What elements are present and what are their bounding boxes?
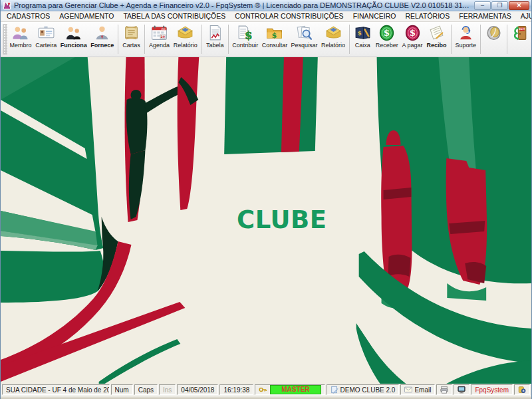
status-location-text: SUA CIDADE - UF 4 de Maio de 2018 - Sext… [6, 386, 110, 394]
tool-button-label: Contribuir [232, 42, 258, 49]
menu-item-ajuda[interactable]: AJUDA [516, 11, 532, 21]
club-headline: CLUBE [237, 207, 327, 232]
status-client: DEMO CLUBE 2.0 [327, 384, 400, 395]
svg-text:$: $ [357, 29, 362, 37]
status-brand: FpqSystem [471, 384, 513, 395]
menu-item-label: CADASTROS [7, 11, 50, 21]
toolbar-separator [201, 25, 202, 54]
tool-button-label: Suporte [455, 42, 476, 49]
printer-icon [440, 386, 448, 394]
toolbar-separator [451, 25, 452, 54]
status-print [436, 384, 452, 395]
maximize-button[interactable]: ❐ [491, 1, 508, 10]
minimize-button[interactable]: – [474, 1, 491, 10]
title-bar: Programa para Gerenciar Clube + Agenda e… [1, 0, 531, 11]
artwork-center-block [224, 57, 318, 154]
artwork-right-field [377, 57, 531, 309]
status-access-level: MASTER [255, 384, 325, 395]
exit-icon: EXIT [511, 24, 529, 42]
status-insert: Ins [159, 384, 176, 395]
toolbar: MembroCarteiraFuncionaForneceCartasJAN29… [1, 22, 531, 57]
toolbar-separator [228, 25, 229, 54]
status-bar: SUA CIDADE - UF 4 de Maio de 2018 - Sext… [1, 384, 531, 396]
menu-item-label: AGENDAMENTO [59, 11, 114, 21]
tool-button-caixa[interactable]: $Caixa [352, 23, 374, 56]
status-user-lock [514, 384, 530, 395]
menu-item-ferramentas[interactable]: FERRAMENTAS [454, 11, 516, 21]
svg-text:$: $ [245, 29, 253, 42]
close-button[interactable]: ✕ [509, 1, 529, 10]
menu-item-label: AJUDA [521, 11, 532, 21]
tool-button-label: A pagar [402, 42, 423, 49]
menu-item-cadastros[interactable]: CADASTROS [2, 11, 55, 21]
tool-button-carteira[interactable]: Carteira [33, 23, 59, 56]
tool-button-agenda[interactable]: JAN29Agenda [147, 23, 172, 56]
status-insert-text: Ins [163, 386, 172, 394]
report-icon [176, 24, 194, 42]
tool-button-membro[interactable]: Membro [8, 23, 34, 56]
id-card-icon [37, 24, 55, 42]
tool-button-label: Tabela [206, 42, 224, 49]
tool-button-suporte[interactable]: Suporte [453, 23, 477, 56]
tool-button-funciona[interactable]: Funciona [59, 23, 88, 56]
tool-button-contribuir[interactable]: $Contribuir [231, 23, 260, 56]
calendar-icon: JAN29 [150, 24, 168, 42]
tool-button-receber[interactable]: $Receber [374, 23, 400, 56]
menu-item-tabela-das-contribui-es[interactable]: TABELA DAS CONTRIBUIÇÕES [118, 11, 230, 21]
tool-button-fornece[interactable]: Fornece [88, 23, 116, 56]
status-date: 04/05/2018 [177, 384, 218, 395]
app-logo-icon [3, 1, 11, 10]
tool-button-label: Receber [376, 42, 398, 49]
tool-button-label: Agenda [149, 42, 170, 49]
status-email-text: Email [414, 386, 431, 394]
toolbar-grip-handle[interactable] [3, 24, 7, 55]
table-icon [206, 24, 224, 42]
tool-button-consultar[interactable]: $Consultar [260, 23, 289, 56]
tool-button-exit-icon[interactable]: EXIT [509, 23, 531, 56]
tool-button-label: Pesquisar [291, 42, 318, 49]
tool-button-label: Caixa [355, 42, 370, 49]
tool-button-label: Relatório [174, 42, 198, 49]
toolbar-separator [480, 25, 481, 54]
menu-item-label: FERRAMENTAS [459, 11, 511, 21]
receipt-icon [428, 24, 446, 42]
tool-button-coin-icon[interactable] [483, 23, 505, 56]
tool-button-cartas[interactable]: Cartas [120, 23, 142, 56]
tool-button-a-pagar[interactable]: $A pagar [400, 23, 425, 56]
tool-button-label: Recibo [427, 42, 447, 49]
menu-item-financeiro[interactable]: FINANCEIRO [348, 11, 401, 21]
menu-item-label: CONTROLAR CONSTRIBUIÇÕES [235, 11, 343, 21]
toolbar-separator [507, 25, 507, 54]
main-canvas: CLUBE [1, 57, 531, 384]
status-caps-lock: Caps [134, 384, 158, 395]
menu-item-relat-rios[interactable]: RELATÓRIOS [400, 11, 454, 21]
svg-text:JAN: JAN [161, 28, 166, 31]
menu-item-controlar-constribui-es[interactable]: CONTROLAR CONSTRIBUIÇÕES [230, 11, 348, 21]
status-num-lock-text: Num [115, 386, 129, 394]
window-controls: –❐✕ [474, 1, 529, 10]
pay-coin-icon: $ [404, 24, 422, 42]
menu-item-agendamento[interactable]: AGENDAMENTO [55, 11, 118, 21]
status-time-text: 16:19:38 [223, 386, 249, 394]
status-caps-lock-text: Caps [138, 386, 154, 394]
status-location: SUA CIDADE - UF 4 de Maio de 2018 - Sext… [2, 384, 110, 395]
members-icon [11, 24, 29, 42]
menu-item-label: TABELA DAS CONTRIBUIÇÕES [123, 11, 225, 21]
tool-button-relat-rio[interactable]: Relatório [319, 23, 347, 56]
tool-button-label: Carteira [35, 42, 57, 49]
demo-icon [331, 386, 338, 394]
envelope-icon [404, 386, 412, 394]
staff-icon [65, 24, 82, 42]
tool-button-label: Cartas [122, 42, 140, 49]
status-access-level-text: MASTER [270, 385, 321, 394]
key-icon [259, 386, 267, 394]
svg-text:$: $ [409, 27, 415, 38]
svg-text:$: $ [384, 27, 390, 38]
toolbar-separator [144, 25, 145, 54]
tool-button-tabela[interactable]: Tabela [204, 23, 226, 56]
tool-button-recibo[interactable]: Recibo [425, 23, 449, 56]
tool-button-relat-rio[interactable]: Relatório [172, 23, 200, 56]
app-window: Programa para Gerenciar Clube + Agenda e… [0, 0, 532, 399]
tool-button-pesquisar[interactable]: Pesquisar [289, 23, 319, 56]
status-num-lock: Num [111, 384, 133, 395]
